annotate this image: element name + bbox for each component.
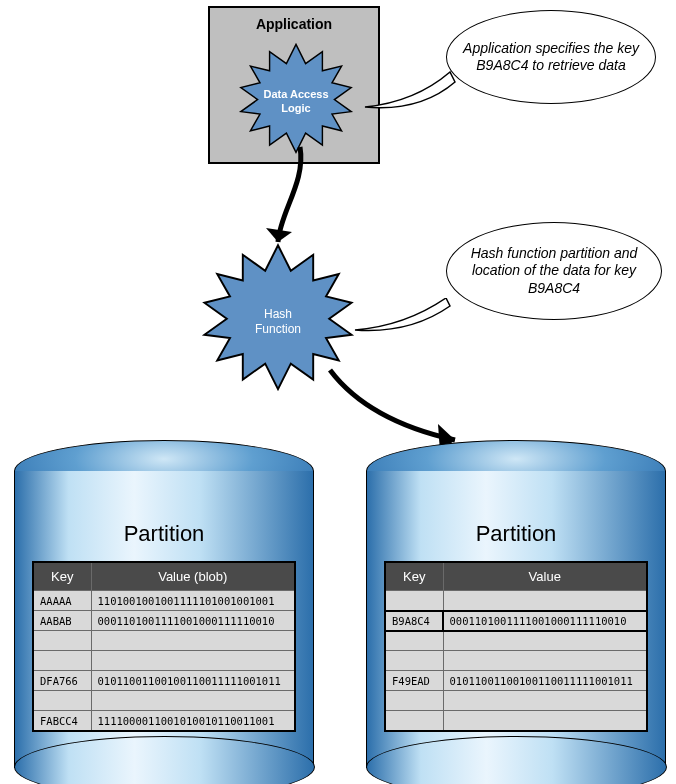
col-value: Value (blob)	[91, 562, 295, 591]
cell-value	[443, 651, 647, 671]
cell-value: 0001101001111001000111110010	[91, 611, 295, 631]
svg-marker-1	[266, 228, 292, 242]
partition-title: Partition	[15, 521, 313, 547]
partition-cylinder-left: Partition Key Value (blob) AAAAA11010010…	[14, 440, 314, 768]
cell-key: DFA766	[33, 671, 91, 691]
cell-value: 0001101001111001000111110010	[443, 611, 647, 631]
application-speech-bubble: Application specifies the key B9A8C4 to …	[446, 10, 656, 104]
partition-left-rows: AAAAA1101001001001111101001001001AABAB00…	[33, 591, 295, 732]
table-row: DFA76601011001100100110011111001011	[33, 671, 295, 691]
cell-value	[443, 631, 647, 651]
hash-speech-bubble: Hash function partition and location of …	[446, 222, 662, 320]
cell-value: 1101001001001111101001001001	[91, 591, 295, 611]
cell-value: 1111000011001010010110011001	[91, 711, 295, 732]
hash-function-label: Hash Function	[255, 307, 301, 337]
cell-key	[385, 591, 443, 611]
table-row	[385, 591, 647, 611]
partition-table-right: Key Value B9A8C4000110100111100100011111…	[384, 561, 648, 732]
table-row: B9A8C40001101001111001000111110010	[385, 611, 647, 631]
cell-key	[33, 691, 91, 711]
cell-value	[91, 691, 295, 711]
table-row	[33, 651, 295, 671]
cell-value	[443, 711, 647, 731]
table-row	[385, 651, 647, 671]
table-row	[385, 691, 647, 711]
col-value: Value	[443, 562, 647, 591]
cell-key	[385, 651, 443, 671]
cell-value	[443, 591, 647, 611]
cell-key: AAAAA	[33, 591, 91, 611]
cell-key: FABCC4	[33, 711, 91, 732]
cell-key	[33, 651, 91, 671]
hash-bubble-text: Hash function partition and location of …	[463, 245, 645, 298]
cell-value	[91, 651, 295, 671]
partition-right-rows: B9A8C40001101001111001000111110010F49EAD…	[385, 591, 647, 731]
partition-title: Partition	[367, 521, 665, 547]
cell-key	[385, 631, 443, 651]
bubble-tail-2	[350, 298, 460, 346]
table-row	[33, 631, 295, 651]
cell-value	[91, 631, 295, 651]
table-row	[385, 631, 647, 651]
cell-key: AABAB	[33, 611, 91, 631]
cylinder-body: Partition Key Value (blob) AAAAA11010010…	[14, 471, 314, 768]
table-row: FABCC41111000011001010010110011001	[33, 711, 295, 732]
table-row: AAAAA1101001001001111101001001001	[33, 591, 295, 611]
application-bubble-text: Application specifies the key B9A8C4 to …	[463, 40, 639, 75]
cell-value: 01011001100100110011111001011	[443, 671, 647, 691]
table-row	[33, 691, 295, 711]
col-key: Key	[33, 562, 91, 591]
cell-value: 01011001100100110011111001011	[91, 671, 295, 691]
cell-key: F49EAD	[385, 671, 443, 691]
cell-value	[443, 691, 647, 711]
data-access-logic-starburst: Data Access Logic	[236, 42, 356, 162]
partition-table-left: Key Value (blob) AAAAA110100100100111110…	[32, 561, 296, 732]
table-row: F49EAD01011001100100110011111001011	[385, 671, 647, 691]
application-title: Application	[210, 16, 378, 32]
table-row	[385, 711, 647, 731]
cell-key	[33, 631, 91, 651]
cylinder-body: Partition Key Value B9A8C400011010011110…	[366, 471, 666, 768]
application-box: Application Data Access Logic	[208, 6, 380, 164]
data-access-logic-label: Data Access Logic	[263, 88, 328, 116]
cell-key: B9A8C4	[385, 611, 443, 631]
cell-key	[385, 711, 443, 731]
partition-cylinder-right: Partition Key Value B9A8C400011010011110…	[366, 440, 666, 768]
hash-function-starburst: Hash Function	[198, 242, 358, 402]
table-row: AABAB0001101001111001000111110010	[33, 611, 295, 631]
cell-key	[385, 691, 443, 711]
col-key: Key	[385, 562, 443, 591]
